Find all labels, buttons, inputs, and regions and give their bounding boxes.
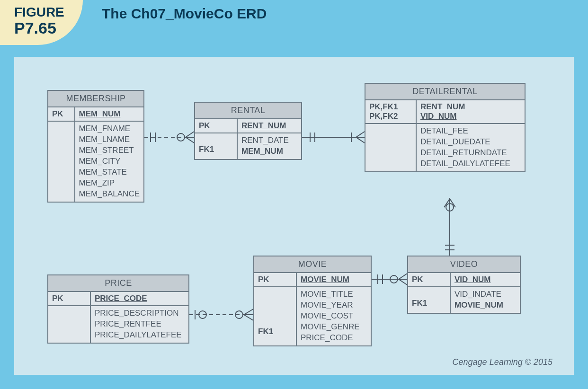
entity-rental: RENTAL PK RENT_NUM FK1 RENT_DATE MEM_NUM	[194, 102, 302, 160]
entity-title: MEMBERSHIP	[48, 91, 143, 107]
fk-label: FK1	[254, 287, 296, 345]
pk-label: PK	[48, 107, 75, 121]
entity-title: DETAILRENTAL	[365, 84, 525, 100]
figure-title: The Ch07_MovieCo ERD	[102, 6, 267, 22]
svg-line-31	[244, 309, 253, 315]
pk-label: PK	[254, 273, 296, 287]
attr-list: RENT_DATE MEM_NUM	[237, 133, 301, 159]
attr-list: VID_INDATE MOVIE_NUM	[450, 287, 520, 313]
pk-field: MOVIE_NUM	[301, 275, 349, 284]
svg-line-5	[186, 137, 194, 143]
attr-list: DETAIL_FEE DETAIL_DUEDATE DETAIL_RETURND…	[416, 124, 525, 171]
svg-line-17	[450, 199, 455, 207]
svg-line-24	[399, 274, 407, 279]
entity-title: RENTAL	[195, 103, 301, 119]
entity-title: MOVIE	[254, 256, 371, 273]
attr-list: PRICE_DESCRIPTION PRICE_RENTFEE PRICE_DA…	[90, 306, 188, 343]
svg-line-16	[444, 199, 450, 207]
figure-container: FIGURE P7.65 The Ch07_MovieCo ERD	[0, 0, 588, 389]
svg-line-11	[356, 132, 365, 137]
pk-label: PK	[48, 292, 90, 306]
pk-field: PRICE_CODE	[95, 294, 147, 303]
pk-field: RENT_NUM	[241, 121, 286, 130]
svg-line-12	[356, 137, 365, 143]
pk-label: PK,FK1 PK,FK2	[365, 100, 416, 124]
entity-title: VIDEO	[408, 256, 520, 273]
figure-label: FIGURE	[14, 5, 83, 20]
svg-line-32	[244, 315, 253, 320]
pk-field: VID_NUM	[420, 112, 521, 121]
fk-label: FK1	[408, 287, 450, 313]
attr-list: MOVIE_TITLE MOVIE_YEAR MOVIE_COST MOVIE_…	[296, 287, 371, 345]
entity-membership: MEMBERSHIP PK MEM_NUM MEM_FNAME MEM_LNAM…	[47, 90, 144, 203]
pk-field: RENT_NUM	[420, 102, 521, 112]
fk-label: FK1	[195, 133, 237, 159]
entity-title: PRICE	[48, 275, 188, 292]
entity-detailrental: DETAILRENTAL PK,FK1 PK,FK2 RENT_NUM VID_…	[365, 83, 526, 172]
svg-line-4	[186, 132, 194, 137]
entity-movie: MOVIE PK MOVIE_NUM FK1 MOVIE_TITLE MOVIE…	[253, 256, 372, 346]
attr-list: MEM_FNAME MEM_LNAME MEM_STREET MEM_CITY …	[75, 121, 143, 202]
copyright-text: Cengage Learning © 2015	[453, 357, 552, 367]
pk-field: MEM_NUM	[79, 109, 121, 118]
figure-number: P7.65	[14, 19, 83, 37]
entity-video: VIDEO PK VID_NUM FK1 VID_INDATE MOVIE_NU…	[407, 256, 521, 314]
entity-price: PRICE PK PRICE_CODE PRICE_DESCRIPTION PR…	[47, 274, 189, 344]
erd-canvas: MEMBERSHIP PK MEM_NUM MEM_FNAME MEM_LNAM…	[14, 57, 574, 375]
figure-badge: FIGURE P7.65	[0, 0, 83, 45]
pk-label: PK	[195, 119, 237, 133]
pk-field: VID_NUM	[454, 275, 491, 284]
svg-line-25	[399, 279, 407, 285]
pk-label: PK	[408, 273, 450, 287]
